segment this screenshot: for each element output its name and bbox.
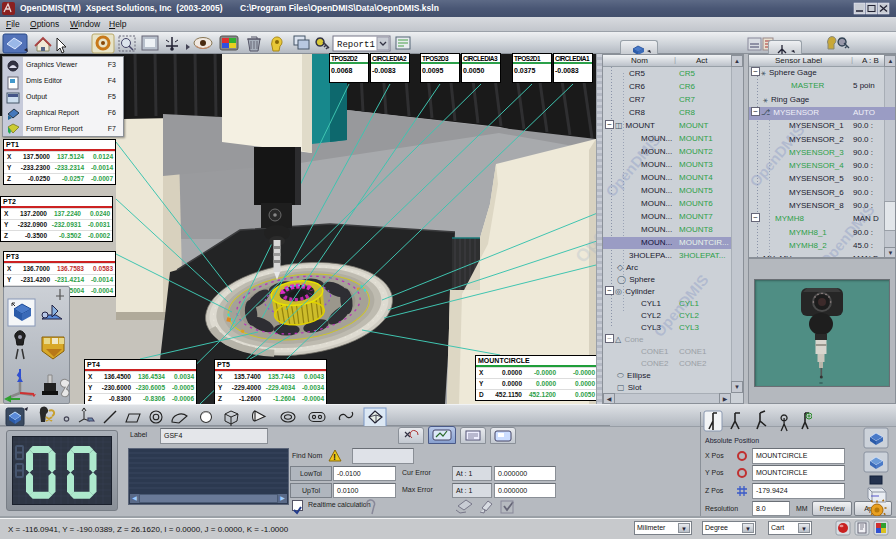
svg-text:!: !	[333, 452, 336, 462]
svg-text:Report1: Report1	[337, 40, 375, 50]
